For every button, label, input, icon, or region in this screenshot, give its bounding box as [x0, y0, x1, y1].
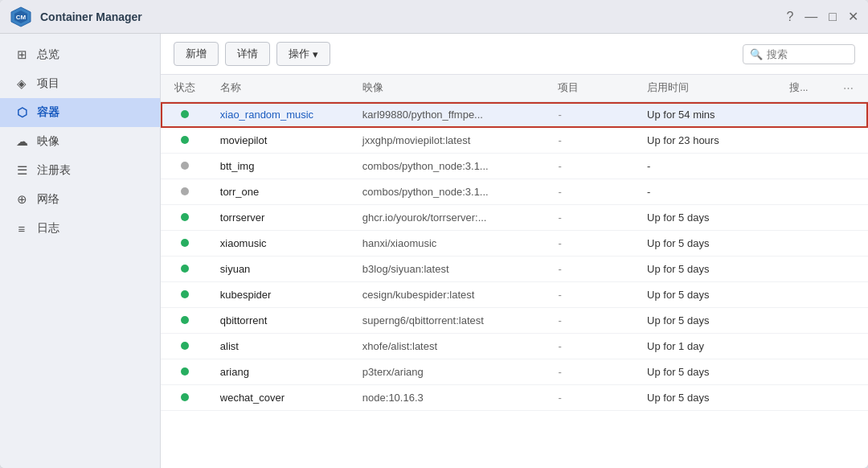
table-row[interactable]: moviepilot jxxghp/moviepilot:latest - Up…	[161, 128, 868, 154]
table-row[interactable]: kubespider cesign/kubespider:latest - Up…	[161, 282, 868, 308]
registry-icon: ☰	[14, 163, 29, 178]
cell-image: superng6/qbittorrent:latest	[351, 308, 547, 334]
detail-button[interactable]: 详情	[225, 42, 270, 66]
status-dot	[181, 239, 189, 247]
cell-uptime: Up for 5 days	[636, 308, 778, 334]
sidebar-label-registry: 注册表	[37, 163, 71, 178]
cell-image: jxxghp/moviepilot:latest	[351, 128, 547, 154]
sidebar-item-registry[interactable]: ☰ 注册表	[0, 156, 160, 185]
cell-project: -	[547, 282, 636, 308]
table-row[interactable]: alist xhofe/alist:latest - Up for 1 day	[161, 334, 868, 359]
sidebar-item-overview[interactable]: ⊞ 总览	[0, 40, 160, 69]
cell-status	[161, 205, 209, 231]
cell-project: -	[547, 359, 636, 385]
table-row[interactable]: btt_img combos/python_node:3.1... - -	[161, 154, 868, 179]
cell-status	[161, 334, 209, 359]
col-header-project[interactable]: 项目	[547, 75, 636, 102]
status-dot	[181, 393, 189, 401]
close-button[interactable]: ✕	[848, 9, 858, 24]
cell-name: torrserver	[209, 205, 351, 231]
table-row[interactable]: wechat_cover node:10.16.3 - Up for 5 day…	[161, 385, 868, 411]
sidebar-label-network: 网络	[37, 192, 59, 207]
table-row[interactable]: ariang p3terx/ariang - Up for 5 days	[161, 359, 868, 385]
col-more-icon[interactable]: ⋯	[843, 83, 854, 94]
cell-project: -	[547, 128, 636, 154]
cell-extra	[778, 282, 831, 308]
sidebar-item-image[interactable]: ☁ 映像	[0, 127, 160, 156]
cell-status	[161, 128, 209, 154]
table-row[interactable]: qbittorrent superng6/qbittorrent:latest …	[161, 308, 868, 334]
cell-image: hanxi/xiaomusic	[351, 231, 547, 257]
app-window: CM Container Manager ? — □ ✕ ⊞ 总览 ◈ 项目 ⬡…	[0, 0, 868, 468]
status-dot	[181, 265, 189, 273]
status-dot	[181, 367, 189, 376]
col-header-image[interactable]: 映像	[351, 75, 547, 102]
cell-image: node:10.16.3	[351, 385, 547, 411]
cell-status	[161, 385, 209, 411]
table-row[interactable]: siyuan b3log/siyuan:latest - Up for 5 da…	[161, 257, 868, 282]
cell-more	[832, 154, 868, 179]
log-icon: ≡	[14, 221, 29, 236]
cell-project: -	[547, 308, 636, 334]
cell-status	[161, 308, 209, 334]
sidebar-item-container[interactable]: ⬡ 容器	[0, 98, 160, 127]
cell-more	[832, 359, 868, 385]
cell-extra	[778, 257, 831, 282]
cell-uptime: Up for 5 days	[636, 257, 778, 282]
container-table: 状态 名称 映像 项目 启用时间 搜... ⋯	[161, 75, 868, 411]
status-dot	[181, 136, 189, 144]
cell-uptime: Up for 1 day	[636, 334, 778, 359]
maximize-button[interactable]: □	[829, 10, 837, 24]
cell-extra	[778, 334, 831, 359]
cell-name: qbittorrent	[209, 308, 351, 334]
cell-uptime: Up for 54 mins	[636, 102, 778, 128]
cell-name: torr_one	[209, 179, 351, 205]
minimize-button[interactable]: —	[805, 10, 817, 24]
sidebar-item-network[interactable]: ⊕ 网络	[0, 185, 160, 214]
cell-more	[832, 257, 868, 282]
col-header-status: 状态	[161, 75, 209, 102]
image-icon: ☁	[14, 134, 29, 149]
add-button[interactable]: 新增	[174, 42, 219, 66]
cell-project: -	[547, 205, 636, 231]
cell-status	[161, 179, 209, 205]
cell-status	[161, 257, 209, 282]
col-header-more: ⋯	[832, 75, 868, 102]
svg-text:CM: CM	[16, 14, 27, 21]
action-button[interactable]: 操作 ▾	[276, 42, 330, 66]
cell-status	[161, 154, 209, 179]
cell-extra	[778, 205, 831, 231]
cell-image: p3terx/ariang	[351, 359, 547, 385]
sidebar-label-container: 容器	[37, 105, 59, 120]
cell-name: btt_img	[209, 154, 351, 179]
col-header-uptime[interactable]: 启用时间	[636, 75, 778, 102]
project-icon: ◈	[14, 76, 29, 91]
sidebar-item-project[interactable]: ◈ 项目	[0, 69, 160, 98]
window-controls: ? — □ ✕	[786, 9, 858, 24]
cell-status	[161, 282, 209, 308]
table-row[interactable]: xiaomusic hanxi/xiaomusic - Up for 5 day…	[161, 231, 868, 257]
col-header-name[interactable]: 名称	[209, 75, 351, 102]
cell-extra	[778, 128, 831, 154]
help-button[interactable]: ?	[786, 10, 793, 24]
cell-image: combos/python_node:3.1...	[351, 179, 547, 205]
search-box[interactable]: 🔍	[743, 44, 855, 64]
cell-project: -	[547, 231, 636, 257]
container-icon: ⬡	[14, 105, 29, 120]
cell-project: -	[547, 334, 636, 359]
table-row[interactable]: torr_one combos/python_node:3.1... - -	[161, 179, 868, 205]
cell-project: -	[547, 257, 636, 282]
app-logo: CM	[10, 6, 32, 28]
container-table-container: 状态 名称 映像 项目 启用时间 搜... ⋯	[161, 75, 868, 468]
main-layout: ⊞ 总览 ◈ 项目 ⬡ 容器 ☁ 映像 ☰ 注册表 ⊕ 网络	[0, 34, 868, 468]
cell-more	[832, 205, 868, 231]
action-label: 操作	[289, 47, 309, 61]
col-header-extra: 搜...	[778, 75, 831, 102]
table-row[interactable]: torrserver ghcr.io/yourok/torrserver:...…	[161, 205, 868, 231]
sidebar-item-log[interactable]: ≡ 日志	[0, 214, 160, 243]
search-input[interactable]	[767, 48, 847, 60]
table-row[interactable]: xiao_random_music karl99880/python_ffmpe…	[161, 102, 868, 128]
cell-name: xiao_random_music	[209, 102, 351, 128]
cell-image: xhofe/alist:latest	[351, 334, 547, 359]
cell-project: -	[547, 385, 636, 411]
